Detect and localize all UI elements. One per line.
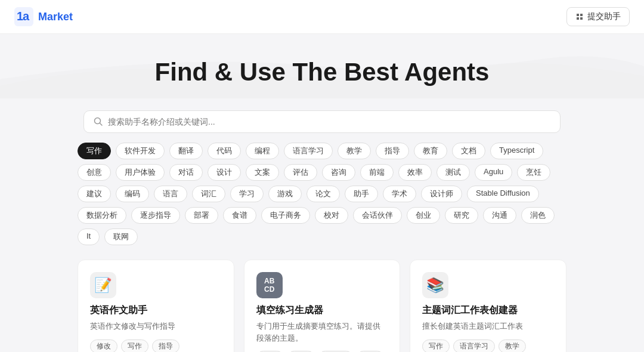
tag-item[interactable]: 用户体验 xyxy=(116,164,165,181)
tag-item[interactable]: 论文 xyxy=(306,186,340,202)
agent-card[interactable]: 📚 主题词汇工作表创建器 擅长创建英语主题词汇工作表 写作语言学习教学评估教育资… xyxy=(410,260,566,352)
tag-item[interactable]: 效率 xyxy=(398,164,432,181)
tag-item[interactable]: Typescript xyxy=(490,143,543,159)
card-tag: 语言学习 xyxy=(453,339,495,353)
card-tag: 指导 xyxy=(152,339,179,353)
tag-item[interactable]: Stable Diffusion xyxy=(467,186,539,202)
tag-item[interactable]: 校对 xyxy=(315,207,348,224)
card-desc: 擅长创建英语主题词汇工作表 xyxy=(422,320,554,332)
logo-text: Market xyxy=(38,11,73,23)
logo-area: 1 a Market xyxy=(14,7,73,26)
card-tag: 写作 xyxy=(422,339,450,353)
tag-item[interactable]: 联网 xyxy=(104,229,138,245)
tag-item[interactable]: 前端 xyxy=(360,164,394,181)
tag-item[interactable]: 学习 xyxy=(230,186,264,202)
tag-item[interactable]: 食谱 xyxy=(223,207,256,224)
tags-container: 写作软件开发翻译代码编程语言学习教学指导教育文档Typescript创意用户体验… xyxy=(0,143,644,245)
tag-item[interactable]: 教学 xyxy=(338,143,371,159)
tag-item[interactable]: 会话伙伴 xyxy=(353,207,402,224)
tag-item[interactable]: 部署 xyxy=(185,207,218,224)
search-icon xyxy=(94,117,103,126)
tag-item[interactable]: 指导 xyxy=(376,143,409,159)
tag-item[interactable]: 学术 xyxy=(383,186,416,202)
tag-item[interactable]: 评估 xyxy=(284,164,317,181)
tag-item[interactable]: 编程 xyxy=(246,143,279,159)
card-icon: 📝 xyxy=(90,272,116,298)
submit-icon xyxy=(575,13,584,21)
card-tag: 教学 xyxy=(499,339,526,353)
tag-item[interactable]: 润色 xyxy=(521,207,555,224)
tag-item[interactable]: 翻译 xyxy=(169,143,203,159)
card-icon: 📚 xyxy=(422,272,448,298)
tag-item[interactable]: 创意 xyxy=(78,164,111,181)
card-title: 英语作文助手 xyxy=(90,304,222,317)
agent-card[interactable]: ABCD 填空练习生成器 专门用于生成摘要填空练习。请提供段落的主题。 摘要练习… xyxy=(244,260,401,352)
search-box xyxy=(83,110,561,133)
tag-item[interactable]: 软件开发 xyxy=(116,143,165,159)
cards-grid: 📝 英语作文助手 英语作文修改与写作指导 修改写作指导英语作文Agulu ABC… xyxy=(78,260,566,352)
card-title: 填空练习生成器 xyxy=(256,304,388,317)
tag-item[interactable]: 对话 xyxy=(169,164,203,181)
tag-item[interactable]: 教育 xyxy=(414,143,447,159)
hero-section: Find & Use The Best Agents xyxy=(0,34,644,98)
hero-title: Find & Use The Best Agents xyxy=(0,58,644,87)
submit-label: 提交助手 xyxy=(587,11,621,22)
logo-icon: 1 a xyxy=(14,7,33,26)
tag-item[interactable]: 语言学习 xyxy=(284,143,333,159)
tag-item[interactable]: Agulu xyxy=(475,164,512,181)
tag-item[interactable]: 文档 xyxy=(452,143,485,159)
tag-item[interactable]: 游戏 xyxy=(268,186,302,202)
card-icon: ABCD xyxy=(256,272,283,298)
card-desc: 专门用于生成摘要填空练习。请提供段落的主题。 xyxy=(256,320,388,344)
tag-item[interactable]: 建议 xyxy=(78,186,111,202)
search-input[interactable] xyxy=(108,117,550,126)
tag-item[interactable]: 语言 xyxy=(154,186,187,202)
card-title: 主题词汇工作表创建器 xyxy=(422,304,554,317)
card-tag: 修改 xyxy=(90,339,117,353)
tag-item[interactable]: 研究 xyxy=(445,207,478,224)
tag-item[interactable]: 创业 xyxy=(407,207,440,224)
tag-item[interactable]: 写作 xyxy=(78,143,111,159)
tag-item[interactable]: 电子商务 xyxy=(261,207,310,224)
submit-button[interactable]: 提交助手 xyxy=(566,7,630,26)
agent-card[interactable]: 📝 英语作文助手 英语作文修改与写作指导 修改写作指导英语作文Agulu xyxy=(78,260,234,352)
svg-text:a: a xyxy=(23,10,30,23)
tag-item[interactable]: 沟通 xyxy=(483,207,516,224)
tag-item[interactable]: 助手 xyxy=(345,186,378,202)
tag-item[interactable]: 设计师 xyxy=(421,186,462,202)
tag-item[interactable]: 设计 xyxy=(208,164,241,181)
tag-item[interactable]: 文案 xyxy=(246,164,279,181)
header: 1 a Market 提交助手 xyxy=(0,0,644,34)
tag-item[interactable]: 代码 xyxy=(208,143,241,159)
tag-item[interactable]: 测试 xyxy=(436,164,470,181)
search-container xyxy=(0,110,644,133)
tag-item[interactable]: 逐步指导 xyxy=(131,207,180,224)
tag-item[interactable]: 烹饪 xyxy=(517,164,550,181)
card-tag: 写作 xyxy=(121,339,148,353)
tag-item[interactable]: 数据分析 xyxy=(78,207,126,224)
cards-section: 📝 英语作文助手 英语作文修改与写作指导 修改写作指导英语作文Agulu ABC… xyxy=(0,250,644,352)
tag-item[interactable]: 咨询 xyxy=(322,164,355,181)
card-tags: 写作语言学习教学评估教育资源 xyxy=(422,339,554,353)
card-desc: 英语作文修改与写作指导 xyxy=(90,320,222,332)
tag-item[interactable]: It xyxy=(78,229,100,245)
tag-item[interactable]: 编码 xyxy=(116,186,149,202)
card-tags: 修改写作指导英语作文Agulu xyxy=(90,339,222,353)
tag-item[interactable]: 词汇 xyxy=(192,186,225,202)
